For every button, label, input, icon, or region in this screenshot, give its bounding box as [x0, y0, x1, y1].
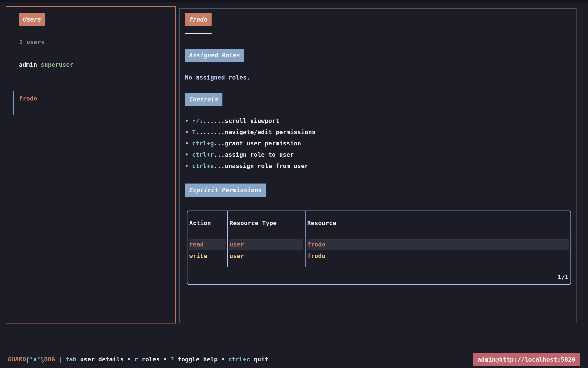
- control-desc: unassign role from user: [225, 162, 308, 169]
- cell-action: write: [189, 250, 207, 261]
- user-name: frodo: [19, 95, 37, 102]
- hint-key-tab: tab: [65, 356, 76, 363]
- bullet-icon: •: [185, 148, 192, 161]
- rows-divider: [187, 267, 570, 267]
- assigned-roles-empty-text: No assigned roles.: [185, 71, 250, 83]
- permissions-table: Action Resource Type Resource read user …: [187, 211, 571, 285]
- col-header-action: Action: [189, 217, 211, 229]
- control-hint-scroll: •↑/↓......scroll viewport: [185, 115, 279, 127]
- bullet-icon: •: [185, 115, 192, 127]
- cell-action: read: [189, 239, 204, 250]
- hint-desc-roles: roles: [142, 356, 160, 363]
- column-separator: [227, 211, 228, 267]
- detail-title-block: frodo: [185, 13, 211, 34]
- control-desc: navigate/edit permissions: [225, 129, 316, 136]
- dot-separator: •: [163, 356, 167, 363]
- dot-separator: •: [127, 356, 131, 363]
- control-dots: ...: [214, 151, 225, 158]
- hint-key-ctrl-c: ctrl+c: [228, 356, 250, 363]
- control-hint-unassign-role: •ctrl+u...unassign role from user: [185, 160, 308, 172]
- hint-desc-quit: quit: [254, 356, 268, 363]
- user-detail-panel: frodo Assigned Roles No assigned roles. …: [179, 8, 577, 323]
- control-desc: assign role to user: [225, 151, 294, 158]
- control-key: ↑/↓: [192, 117, 203, 124]
- header-divider: [187, 234, 570, 234]
- selected-user-indicator-bar: [13, 91, 14, 115]
- control-hint-grant: •ctrl+g...grant user permission: [185, 137, 301, 149]
- cell-resource: frodo: [307, 239, 325, 250]
- column-separator: [305, 211, 306, 267]
- cell-resource-type: user: [230, 239, 244, 250]
- hint-key-question: ?: [171, 356, 174, 363]
- pipe-separator: |: [58, 356, 62, 363]
- control-dots: ...: [214, 162, 225, 169]
- control-key: ctrl+u: [192, 162, 214, 169]
- dog-face-icon: ᶘ°ᴥ°ᶅ: [26, 356, 44, 363]
- app-logo-dog: DOG: [44, 356, 55, 363]
- controls-section-badge: Controls: [185, 93, 222, 106]
- users-count-label: 2 users: [19, 36, 45, 48]
- control-hint-navigate: •T........navigate/edit permissions: [185, 126, 316, 138]
- cell-resource-type: user: [230, 250, 244, 261]
- app-logo-guard: GUARD: [8, 356, 26, 363]
- hint-desc-user-details: user details: [80, 356, 124, 363]
- cell-resource: frodo: [307, 250, 325, 261]
- control-dots: ......: [203, 117, 225, 124]
- control-desc: grant user permission: [225, 140, 301, 147]
- assigned-roles-section-badge: Assigned Roles: [185, 49, 244, 62]
- control-key: T: [192, 129, 196, 136]
- control-hint-assign-role: •ctrl+r...assign role to user: [185, 148, 294, 161]
- user-role-badge: superuser: [41, 61, 73, 68]
- explicit-permissions-section-badge: Explicit Permissions: [185, 184, 266, 197]
- control-dots: ........: [196, 129, 225, 136]
- control-key: ctrl+r: [192, 151, 214, 158]
- detail-title-badge: frodo: [185, 13, 211, 26]
- footer-divider: [4, 346, 584, 346]
- user-list-item-admin[interactable]: adminsuperuser: [19, 58, 73, 71]
- table-pagination: 1/1: [558, 271, 569, 283]
- footer-status-bar: GUARDᶘ°ᴥ°ᶅDOG|tabuser details•rroles•?to…: [8, 353, 268, 365]
- selected-row-highlight: [307, 239, 569, 250]
- control-dots: ...: [214, 140, 225, 147]
- dot-separator: •: [221, 356, 225, 363]
- window-top-strip: [0, 0, 588, 2]
- user-list-item-frodo[interactable]: frodo: [19, 92, 37, 104]
- col-header-resource-type: Resource Type: [230, 217, 277, 229]
- guarddog-tui-screen: Users 2 users adminsuperuser frodo frodo…: [0, 0, 588, 368]
- hint-key-r: r: [134, 356, 138, 363]
- detail-title-underline: [185, 33, 211, 34]
- control-key: ctrl+g: [192, 140, 214, 147]
- hint-desc-toggle-help: toggle help: [178, 356, 218, 363]
- control-desc: scroll viewport: [225, 117, 279, 124]
- bullet-icon: •: [185, 126, 192, 138]
- bullet-icon: •: [185, 160, 192, 172]
- col-header-resource: Resource: [307, 217, 336, 229]
- user-name: admin: [19, 61, 37, 68]
- session-badge: admin@http://localhost:5820: [473, 353, 580, 366]
- users-panel: Users 2 users adminsuperuser frodo: [6, 6, 175, 323]
- users-panel-title-badge: Users: [19, 13, 45, 26]
- bullet-icon: •: [185, 137, 192, 149]
